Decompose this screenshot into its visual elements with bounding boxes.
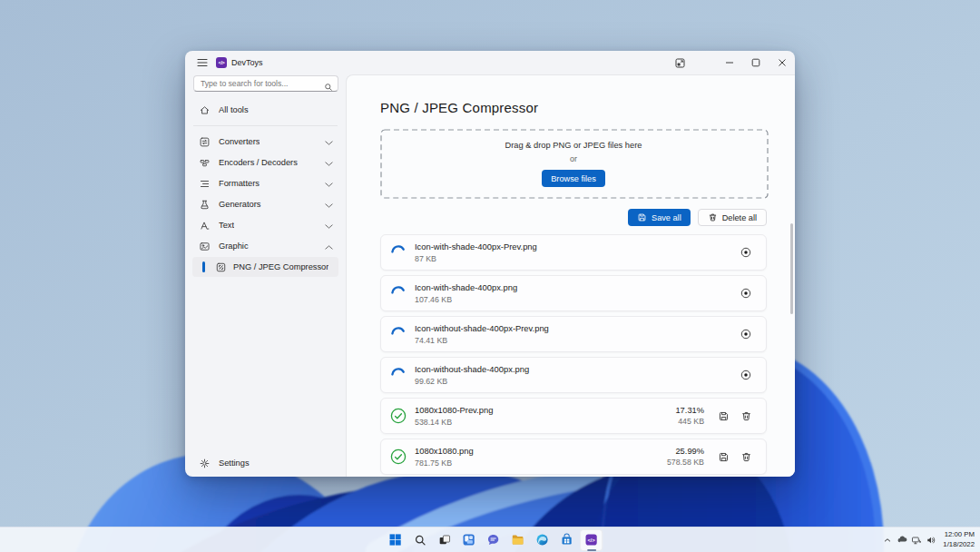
save-all-button[interactable]: Save all [628,209,691,226]
gear-icon [199,458,211,469]
delete-all-button[interactable]: Delete all [698,209,767,226]
file-size: 538.14 KB [415,418,493,427]
compression-result: 25.99% 578.58 KB [667,447,704,468]
taskbar-edge-icon[interactable] [531,529,554,551]
search-icon [324,79,333,88]
chevron-down-icon [323,158,332,167]
compression-percent: 17.31% [675,406,704,415]
desktop: </> DevToys [0,0,980,552]
titlebar: </> DevToys [185,51,795,74]
file-size: 99.62 KB [415,377,529,386]
encoders-icon [199,157,211,169]
window-title: DevToys [231,58,263,67]
sidebar-item-encoders-decoders[interactable]: Encoders / Decoders [192,153,338,172]
save-file-button[interactable] [715,448,731,466]
chevron-up-icon [323,242,332,251]
text-icon [199,220,211,232]
progress-spinner-icon [390,244,407,261]
file-row: 1080x1080.png 781.75 KB 25.99% 578.58 KB [380,439,767,475]
sidebar-divider [193,125,338,126]
onedrive-icon[interactable] [895,530,909,550]
sidebar-item-converters[interactable]: Converters [192,132,338,152]
file-row: Icon-without-shade-400px-Prev.png 74.41 … [380,316,767,352]
compression-percent: 25.99% [667,447,704,456]
taskbar-start-icon[interactable] [384,529,407,551]
selection-indicator [202,261,205,272]
image-tool-icon [215,261,226,272]
delete-file-button[interactable] [738,407,754,425]
actions-row: Save all Delete all [380,209,767,226]
file-list: Icon-with-shade-400px-Prev.png 87 KB Ico… [380,234,767,475]
file-name: Icon-with-shade-400px.png [415,282,517,292]
compressed-size: 445 KB [675,417,704,426]
progress-spinner-icon [390,285,407,301]
cancel-compression-button[interactable] [738,325,754,343]
maximize-button[interactable] [742,52,769,74]
file-name: 1080x1080.png [415,446,474,456]
sidebar-item-text[interactable]: Text [192,215,338,235]
taskbar-chat-icon[interactable] [482,529,505,551]
taskbar-devtoys-icon[interactable]: </> [580,529,603,551]
taskbar-task-view-icon[interactable] [433,529,456,551]
file-row: Icon-with-shade-400px.png 107.46 KB [380,275,767,311]
home-icon [199,104,211,116]
graphic-icon [199,241,211,252]
taskbar-store-icon[interactable] [555,529,578,551]
tool-search-box[interactable] [193,75,338,92]
taskbar-widgets-icon[interactable] [457,529,480,551]
svg-text:</>: </> [588,537,596,543]
converters-icon [199,136,211,148]
save-file-button[interactable] [715,407,731,425]
progress-spinner-icon [390,326,407,342]
compressed-size: 578.58 KB [667,458,704,467]
close-button[interactable] [769,52,795,74]
taskbar-file-explorer-icon[interactable] [506,529,529,551]
success-check-icon [390,448,407,465]
file-size: 107.46 KB [415,295,517,304]
chevron-down-icon [323,179,332,188]
sidebar-item-formatters[interactable]: Formatters [192,173,338,193]
sidebar-nav: All tools Converters Encoders / Decoders… [185,100,346,277]
file-size: 74.41 KB [415,336,549,345]
file-size: 87 KB [415,254,537,263]
cancel-compression-button[interactable] [738,284,754,302]
file-name: Icon-without-shade-400px.png [415,364,529,374]
hamburger-menu-button[interactable] [192,54,212,72]
sidebar-item-all-tools[interactable]: All tools [192,100,338,120]
cancel-compression-button[interactable] [738,366,754,384]
formatters-icon [199,178,211,190]
file-row: 1080x1080-Prev.png 538.14 KB 17.31% 445 … [380,398,767,434]
sidebar-item-png-jpeg-compressor[interactable]: PNG / JPEG Compressor [192,257,338,277]
success-check-icon [390,408,407,424]
trash-icon [708,212,718,222]
sidebar-item-graphic[interactable]: Graphic [192,236,338,256]
file-name: Icon-without-shade-400px-Prev.png [415,323,549,333]
scrollbar-thumb[interactable] [790,223,793,314]
taskbar: </> 12:00 PM 1/18/2022 [0,527,980,552]
cancel-compression-button[interactable] [738,243,754,261]
delete-file-button[interactable] [738,448,754,466]
system-tray: 12:00 PM 1/18/2022 [880,527,977,552]
sidebar-item-settings[interactable]: Settings [192,453,338,473]
generators-icon [199,199,211,211]
taskbar-clock[interactable]: 12:00 PM 1/18/2022 [943,530,975,548]
compression-result: 17.31% 445 KB [675,406,704,427]
file-name: Icon-with-shade-400px-Prev.png [415,242,537,251]
compact-overlay-button[interactable] [668,53,692,73]
progress-spinner-icon [390,367,407,383]
volume-icon[interactable] [924,530,938,550]
network-icon[interactable] [909,530,924,550]
minimize-button[interactable] [716,52,742,74]
chevron-down-icon [323,200,332,209]
dropzone-border [380,129,769,199]
search-input[interactable] [201,79,324,88]
chevron-up-icon[interactable] [880,530,895,550]
devtoys-logo-icon: </> [216,57,227,68]
save-icon [637,212,647,222]
file-row: Icon-with-shade-400px-Prev.png 87 KB [380,234,767,271]
page-title: PNG / JPEG Compressor [380,100,767,115]
chevron-down-icon [323,221,332,230]
taskbar-search-icon[interactable] [408,529,431,551]
dropzone[interactable]: Drag & drop PNG or JPEG files here or Br… [380,129,767,199]
sidebar-item-generators[interactable]: Generators [192,194,338,214]
